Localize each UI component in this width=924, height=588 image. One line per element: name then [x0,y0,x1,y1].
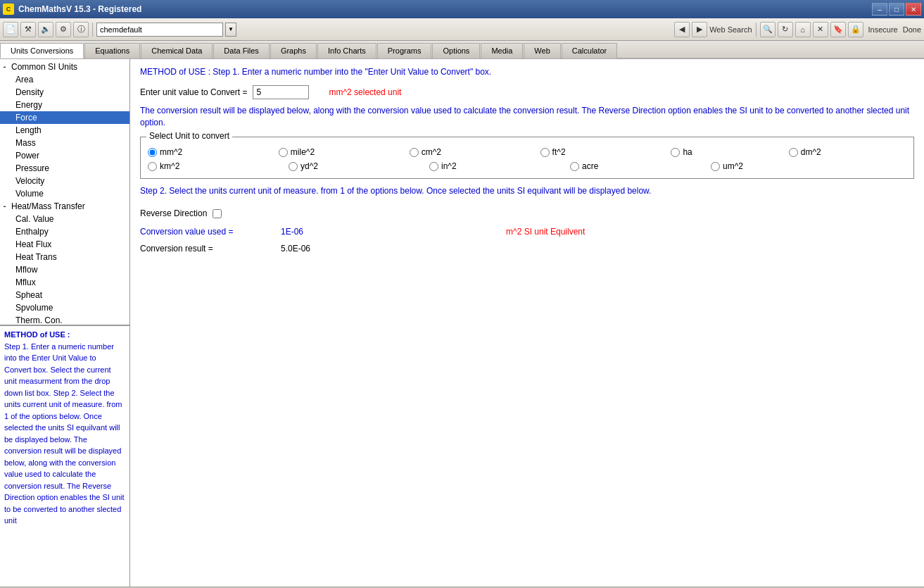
sidebar: ⁃ Common SI Units Area Density Energy Fo… [0,59,130,587]
tab-equations[interactable]: Equations [84,43,140,58]
sidebar-item-density[interactable]: Density [0,86,129,99]
new-button[interactable]: 📄 [3,22,18,37]
sidebar-item-cal-value[interactable]: Cal. Value [0,213,129,225]
sidebar-item-volume[interactable]: Volume [0,187,129,200]
radio-mm2[interactable]: mm^2 [148,147,279,157]
radio-input-dm2[interactable] [789,148,798,157]
sidebar-item-length[interactable]: Length [0,124,129,137]
radio-input-ft2[interactable] [540,148,550,157]
close-button[interactable]: ✕ [906,3,921,15]
method-of-use-label: METHOD of USE : [4,330,70,339]
toolbar-icons: 🔍 ↻ ⌂ ✕ 🔖 🔒 Insecure Done [760,22,922,37]
radio-label-km2: km^2 [160,161,179,171]
sidebar-item-heat-flux[interactable]: Heat Flux [0,238,129,251]
radio-in2[interactable]: in^2 [429,161,570,171]
radio-ha[interactable]: ha [671,147,788,157]
lock-button[interactable]: 🔒 [848,22,863,37]
tree-group-header-heat-mass[interactable]: ⁃ Heat/Mass Transfer [0,200,129,213]
radio-um2[interactable]: um^2 [711,161,837,171]
tab-graphs[interactable]: Graphs [270,43,317,58]
minimize-button[interactable]: – [872,3,887,15]
sidebar-item-pressure[interactable]: Pressure [0,162,129,175]
radio-dm2[interactable]: dm^2 [789,147,906,157]
tab-options[interactable]: Options [432,43,480,58]
radio-km2[interactable]: km^2 [148,161,289,171]
sidebar-item-velocity[interactable]: Velocity [0,175,129,187]
sidebar-item-mass[interactable]: Mass [0,137,129,149]
radio-input-yd2[interactable] [289,162,298,171]
zoom-button[interactable]: 🔍 [760,22,776,37]
sidebar-item-energy[interactable]: Energy [0,99,129,111]
sidebar-item-mflow[interactable]: Mflow [0,263,129,276]
tab-calculator[interactable]: Calculator [562,43,618,58]
title-bar-left: C ChemMathsV 15.3 - Registered [3,4,141,15]
bookmark-button[interactable]: 🔖 [830,22,846,37]
tree-group-heat-mass: ⁃ Heat/Mass Transfer Cal. Value Enthalpy… [0,200,129,325]
sidebar-item-spvolume[interactable]: Spvolume [0,301,129,314]
radio-label-mile2: mile^2 [291,147,315,157]
radio-yd2[interactable]: yd^2 [289,161,429,171]
sep1 [92,23,93,37]
radio-ft2[interactable]: ft^2 [540,147,671,157]
maximize-button[interactable]: □ [889,3,904,15]
done-label: Done [903,25,921,34]
sidebar-item-therm-con[interactable]: Therm. Con. [0,314,129,325]
tree-group-header-common-si[interactable]: ⁃ Common SI Units [0,61,129,73]
address-bar: ▼ [96,23,672,37]
tab-programs[interactable]: Programs [377,43,432,58]
radio-input-ha[interactable] [671,148,680,157]
home-button[interactable]: ⌂ [795,22,811,37]
radio-input-acre[interactable] [570,162,579,171]
sidebar-item-force[interactable]: Force [0,111,129,124]
wrench-button[interactable]: ⚒ [20,22,36,37]
tab-chemical[interactable]: Chemical Data [141,43,213,58]
app-icon: C [3,4,14,15]
sound-button[interactable]: 🔈 [38,22,53,37]
radio-cm2[interactable]: cm^2 [410,147,540,157]
radio-mile2[interactable]: mile^2 [279,147,410,157]
app-content: ⁃ Common SI Units Area Density Energy Fo… [0,59,924,587]
reverse-checkbox[interactable] [213,209,222,218]
window-controls: – □ ✕ [872,3,921,15]
tab-units[interactable]: Units Conversions [0,43,84,58]
sidebar-item-heat-trans[interactable]: Heat Trans [0,251,129,263]
tab-infocharts[interactable]: Info Charts [317,43,376,58]
radio-label-ft2: ft^2 [552,147,566,157]
sidebar-item-mflux[interactable]: Mflux [0,276,129,289]
radio-label-mm2: mm^2 [160,147,182,157]
radio-label-in2: in^2 [441,161,457,171]
radio-label-cm2: cm^2 [422,147,441,157]
address-input[interactable] [96,23,223,37]
radio-input-mile2[interactable] [279,148,288,157]
sidebar-method-text: METHOD of USE : Step 1. Enter a numeric … [0,326,129,530]
stop-button[interactable]: ✕ [813,22,828,37]
conversion-value-row: Conversion value used = 1E-06 m^2 SI uni… [140,227,914,237]
info-button[interactable]: ⓘ [73,22,89,37]
title-bar: C ChemMathsV 15.3 - Registered – □ ✕ [0,0,924,18]
tree-group-common-si: ⁃ Common SI Units Area Density Energy Fo… [0,61,129,200]
back-button[interactable]: ◀ [674,22,690,37]
web-search-label: Web Search [709,25,752,34]
main-tabs: Units Conversions Equations Chemical Dat… [0,41,924,59]
radio-input-cm2[interactable] [410,148,419,157]
reverse-row: Reverse Direction [140,208,914,218]
sidebar-item-enthalpy[interactable]: Enthalpy [0,225,129,238]
radio-input-mm2[interactable] [148,148,157,157]
sidebar-item-power[interactable]: Power [0,149,129,162]
unit-value-input[interactable] [253,85,309,99]
sidebar-item-area[interactable]: Area [0,73,129,86]
input-row: Enter unit value to Convert = mm^2 selec… [140,85,914,99]
forward-button[interactable]: ▶ [692,22,707,37]
refresh-button[interactable]: ↻ [778,22,793,37]
tab-datafiles[interactable]: Data Files [213,43,270,58]
radio-input-um2[interactable] [711,162,720,171]
sidebar-item-spheat[interactable]: Spheat [0,289,129,301]
settings-button[interactable]: ⚙ [56,22,71,37]
tab-media[interactable]: Media [481,43,523,58]
tab-web[interactable]: Web [524,43,560,58]
radio-input-km2[interactable] [148,162,157,171]
radio-label-um2: um^2 [723,161,743,171]
radio-input-in2[interactable] [429,162,438,171]
address-dropdown[interactable]: ▼ [225,23,236,37]
radio-acre[interactable]: acre [570,161,711,171]
